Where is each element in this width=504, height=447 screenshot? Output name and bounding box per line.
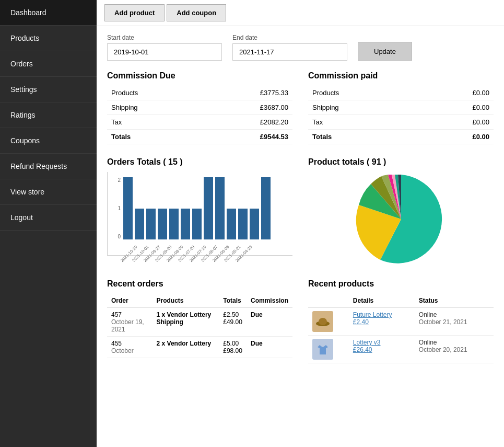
bar [146,209,156,240]
bar [215,177,225,239]
col-thumb [308,294,349,308]
recent-orders-block: Recent orders Order Products Totals Comm… [107,279,292,363]
product-totals-title: Product totals ( 91 ) [308,157,494,167]
commission-label: Shipping [107,100,198,115]
x-axis-labels: 2021-10-192021-10-012021-09-272021-09-20… [107,257,292,261]
commission-due-title: Commission Due [107,71,292,81]
recent-products-header-row: Details Status [308,294,494,308]
table-row: 455October 2 x Vendor Lottery £5.00£98.0… [107,337,292,358]
commission-label: Tax [107,115,198,130]
table-row: Shipping£3687.00 [107,100,292,115]
product-img-shirt [312,339,333,360]
product-details: Future Lottery £2.40 [349,308,415,336]
recent-orders-table: Order Products Totals Commission 457Octo… [107,294,292,358]
product-status: Online October 21, 2021 [415,308,494,336]
bar [169,209,179,240]
product-totals-chart-block: Product totals ( 91 ) [308,157,494,266]
order-totals: £2.50£49.00 [219,308,247,337]
end-date-label: End date [232,34,347,41]
commission-value: £3687.00 [198,100,292,115]
table-row: Tax£2082.20 [107,115,292,130]
commission-paid-title: Commission paid [308,71,494,81]
commission-label: Totals [107,130,198,144]
sidebar-item-orders[interactable]: Orders [0,51,97,77]
commission-value: £9544.53 [198,130,292,144]
table-row: Totals£9544.53 [107,130,292,144]
product-link-lottery-v3[interactable]: Lottery v3 [353,339,381,346]
recent-orders-title: Recent orders [107,279,292,289]
col-commission: Commission [247,294,292,308]
product-img-hat [312,311,333,332]
product-price-lottery-v3[interactable]: £26.40 [353,346,372,353]
shirt-icon [315,342,330,357]
main-content: Add product Add coupon Start date End da… [97,0,504,447]
bar [158,209,167,240]
sidebar-item-products[interactable]: Products [0,26,97,51]
order-products: 1 x Vendor Lottery Shipping [153,308,219,337]
commission-value: £0.00 [416,86,494,100]
start-date-input[interactable] [107,43,222,61]
col-order: Order [107,294,153,308]
table-row: Future Lottery £2.40 Online October 21, … [308,308,494,336]
recent-products-block: Recent products Details Status [308,279,494,363]
bar [204,177,213,239]
recent-products-title: Recent products [308,279,494,289]
y-axis-labels: 2 1 0 [108,177,121,239]
sidebar-item-coupons[interactable]: Coupons [0,128,97,154]
pie-chart-svg [349,169,453,269]
sidebar: Dashboard Products Orders Settings Ratin… [0,0,97,447]
commission-label: Shipping [308,100,416,115]
sidebar-item-refund-requests[interactable]: Refund Requests [0,154,97,179]
commission-label: Products [107,86,198,100]
product-link-future-lottery[interactable]: Future Lottery [353,311,392,318]
table-row: Products£0.00 [308,86,494,100]
start-date-label: Start date [107,34,222,41]
bar-chart-container: 2 1 0 [107,172,292,256]
table-row: 457October 19, 2021 1 x Vendor Lottery S… [107,308,292,337]
update-button[interactable]: Update [358,42,412,61]
end-date-group: End date [232,34,347,61]
table-row: Totals£0.00 [308,130,494,144]
product-status: Online October 20, 2021 [415,336,494,363]
charts-row: Orders Totals ( 15 ) 2 1 0 2021-10-19202… [107,157,494,266]
bar [181,209,190,240]
orders-totals-title: Orders Totals ( 15 ) [107,157,292,167]
start-date-group: Start date [107,34,222,61]
table-row: Tax£0.00 [308,115,494,130]
commission-value: £0.00 [416,115,494,130]
recent-orders-header-row: Order Products Totals Commission [107,294,292,308]
commission-value: £3775.33 [198,86,292,100]
order-products: 2 x Vendor Lottery [153,337,219,358]
add-product-button[interactable]: Add product [104,4,165,21]
order-commission: Due [247,337,292,358]
sidebar-item-settings[interactable]: Settings [0,77,97,102]
svg-point-1 [319,318,327,325]
order-totals: £5.00£98.00 [219,337,247,358]
sidebar-item-ratings[interactable]: Ratings [0,102,97,128]
commission-row: Commission Due Products£3775.33Shipping£… [107,71,494,144]
commission-label: Products [308,86,416,100]
col-details: Details [349,294,415,308]
recent-products-table: Details Status [308,294,494,363]
recent-row: Recent orders Order Products Totals Comm… [107,279,494,363]
order-commission: Due [247,308,292,337]
add-coupon-button[interactable]: Add coupon [167,4,226,21]
bar [227,209,236,240]
product-thumbnail [308,336,349,363]
bar [250,209,259,240]
col-totals: Totals [219,294,247,308]
product-price-future-lottery[interactable]: £2.40 [353,318,369,326]
sidebar-item-dashboard[interactable]: Dashboard [0,0,97,26]
bar-chart-bars [123,177,290,239]
table-row: Lottery v3 £26.40 Online October 20, 202… [308,336,494,363]
product-details: Lottery v3 £26.40 [349,336,415,363]
end-date-input[interactable] [232,43,347,61]
product-thumbnail [308,308,349,336]
bar [135,209,144,240]
commission-paid-block: Commission paid Products£0.00Shipping£0.… [308,71,494,144]
bar [123,177,133,239]
sidebar-item-view-store[interactable]: View store [0,179,97,205]
order-id: 457October 19, 2021 [107,308,153,337]
sidebar-item-logout[interactable]: Logout [0,205,97,231]
commission-paid-table: Products£0.00Shipping£0.00Tax£0.00Totals… [308,86,494,144]
